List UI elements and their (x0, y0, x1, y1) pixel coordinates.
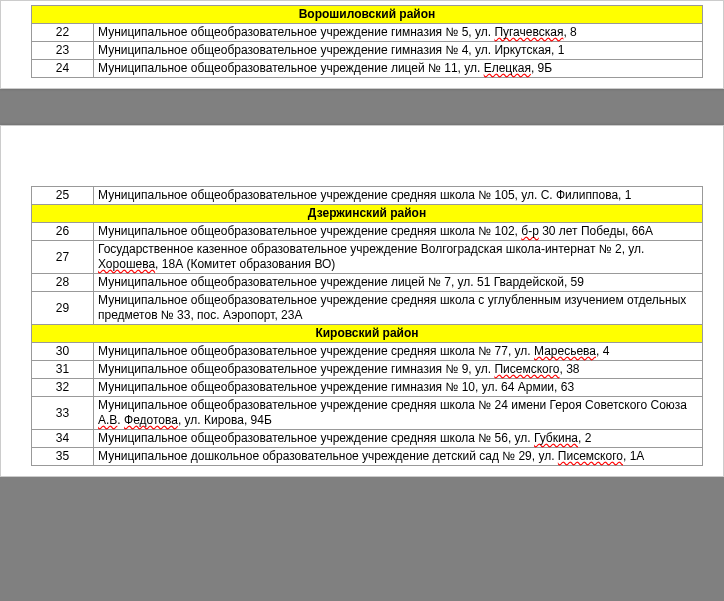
row-text: Муниципальное общеобразовательное учрежд… (94, 274, 703, 292)
section-header-kirovsky: Кировский район (32, 325, 703, 343)
table-row: 30 Муниципальное общеобразовательное учр… (32, 343, 703, 361)
page-bottom: 25 Муниципальное общеобразовательное учр… (0, 125, 724, 477)
row-num: 25 (32, 187, 94, 205)
row-num: 27 (32, 241, 94, 274)
row-num: 28 (32, 274, 94, 292)
table-row: 34 Муниципальное общеобразовательное учр… (32, 430, 703, 448)
row-num: 29 (32, 292, 94, 325)
table-row: 25 Муниципальное общеобразовательное учр… (32, 187, 703, 205)
row-num: 32 (32, 379, 94, 397)
row-text: Муниципальное общеобразовательное учрежд… (94, 343, 703, 361)
row-text: Муниципальное общеобразовательное учрежд… (94, 187, 703, 205)
row-num: 22 (32, 24, 94, 42)
row-text: Муниципальное общеобразовательное учрежд… (94, 223, 703, 241)
row-text: Муниципальное общеобразовательное учрежд… (94, 60, 703, 78)
table-row: 33 Муниципальное общеобразовательное учр… (32, 397, 703, 430)
row-text: Муниципальное общеобразовательное учрежд… (94, 24, 703, 42)
row-num: 24 (32, 60, 94, 78)
row-num: 33 (32, 397, 94, 430)
row-num: 23 (32, 42, 94, 60)
table-top: Ворошиловский район 22 Муниципальное общ… (31, 5, 703, 78)
table-row: 29 Муниципальное общеобразовательное учр… (32, 292, 703, 325)
section-title: Ворошиловский район (32, 6, 703, 24)
table-row: 31 Муниципальное общеобразовательное учр… (32, 361, 703, 379)
page-gap (0, 107, 724, 125)
row-text: Муниципальное общеобразовательное учрежд… (94, 42, 703, 60)
row-num: 30 (32, 343, 94, 361)
section-title: Кировский район (32, 325, 703, 343)
row-text: Муниципальное общеобразовательное учрежд… (94, 379, 703, 397)
row-text: Государственное казенное образовательное… (94, 241, 703, 274)
row-num: 31 (32, 361, 94, 379)
table-row: 24 Муниципальное общеобразовательное учр… (32, 60, 703, 78)
table-row: 32 Муниципальное общеобразовательное учр… (32, 379, 703, 397)
section-header-voroshilovsky: Ворошиловский район (32, 6, 703, 24)
table-row: 28 Муниципальное общеобразовательное учр… (32, 274, 703, 292)
row-text: Муниципальное общеобразовательное учрежд… (94, 361, 703, 379)
row-num: 34 (32, 430, 94, 448)
table-row: 23 Муниципальное общеобразовательное учр… (32, 42, 703, 60)
table-row: 22 Муниципальное общеобразовательное учр… (32, 24, 703, 42)
table-row: 27 Государственное казенное образователь… (32, 241, 703, 274)
section-title: Дзержинский район (32, 205, 703, 223)
table-row: 26 Муниципальное общеобразовательное учр… (32, 223, 703, 241)
row-text: Муниципальное общеобразовательное учрежд… (94, 430, 703, 448)
row-text: Муниципальное дошкольное образовательное… (94, 448, 703, 466)
page-top: Ворошиловский район 22 Муниципальное общ… (0, 0, 724, 89)
row-text: Муниципальное общеобразовательное учрежд… (94, 292, 703, 325)
row-num: 26 (32, 223, 94, 241)
table-row: 35 Муниципальное дошкольное образователь… (32, 448, 703, 466)
table-bottom: 25 Муниципальное общеобразовательное учр… (31, 186, 703, 466)
row-num: 35 (32, 448, 94, 466)
section-header-dzerzhinsky: Дзержинский район (32, 205, 703, 223)
row-text: Муниципальное общеобразовательное учрежд… (94, 397, 703, 430)
